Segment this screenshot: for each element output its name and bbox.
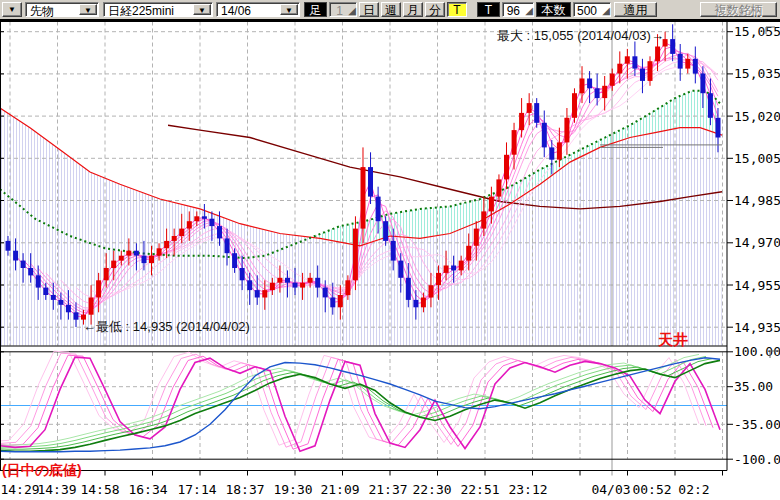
candle (421, 298, 426, 308)
tick-count-value: 96 (507, 4, 520, 18)
time-axis: 14:2914:3914:5816:3417:1418:3719:3021:09… (0, 482, 709, 497)
candle (587, 79, 592, 89)
time-axis-label: 22:30 (412, 482, 451, 497)
candle (685, 59, 690, 69)
candle (96, 280, 101, 297)
candle (74, 312, 79, 319)
candle (13, 251, 18, 261)
time-axis-label: 02:2 (678, 482, 709, 497)
period-day-button[interactable]: 日 (359, 2, 379, 17)
candle (610, 74, 615, 86)
candle (678, 54, 683, 69)
price-axis-label: 15,055 (734, 24, 780, 39)
time-axis-label: 21:37 (368, 482, 407, 497)
candle (262, 290, 267, 297)
candle (58, 300, 63, 305)
oscillator-axis-label: 100.00 (734, 344, 780, 359)
contract-month-select[interactable]: 14/06 ▼ (216, 2, 300, 17)
candle (459, 261, 464, 271)
candle (640, 69, 645, 81)
candle (564, 118, 569, 143)
candle (670, 39, 675, 54)
tick-count-stepper[interactable]: 96 ◢ (502, 2, 534, 17)
time-axis-label: 19:30 (273, 482, 312, 497)
corner-dropdown-button[interactable]: ▼ (2, 2, 22, 17)
candle (557, 142, 562, 159)
price-axis-label: 14,970 (734, 235, 780, 250)
candle (308, 278, 313, 283)
chart-canvas[interactable]: 15,05515,03515,02015,00514,98514,97014,9… (0, 21, 780, 500)
candle (149, 256, 154, 263)
candle (534, 103, 539, 123)
bar-count-value: 500 (577, 4, 597, 18)
instrument-select[interactable]: 日経225mini ▼ (103, 2, 213, 17)
multi-symbol-button-disabled: 複数銘柄 (700, 2, 777, 17)
candle (519, 113, 524, 130)
period-week-button[interactable]: 週 (381, 2, 401, 17)
price-axis-label: 15,035 (734, 66, 780, 81)
candle (277, 278, 282, 283)
price-axis-label: 15,005 (734, 151, 780, 166)
spinner-icon[interactable]: ◢ (602, 4, 610, 18)
spinner-icon: ◢ (348, 4, 356, 18)
candle (315, 278, 320, 288)
candle (232, 253, 237, 268)
period-minute-button[interactable]: 分 (425, 2, 445, 17)
tick-count-label: T (477, 2, 500, 17)
candle (217, 226, 222, 238)
chevron-down-icon[interactable]: ▼ (193, 4, 211, 15)
candle (66, 305, 71, 312)
candle (111, 261, 116, 268)
candle (648, 61, 653, 81)
candle (580, 79, 585, 94)
oscillator-axis-label: -35.00 (734, 417, 780, 432)
candle (187, 221, 192, 228)
candle (240, 268, 245, 280)
period-tick-button-active[interactable]: T (447, 2, 467, 17)
chevron-down-icon[interactable]: ▼ (79, 4, 97, 15)
toolbar: ▼ 先物 ▼ 日経225mini ▼ 14/06 ▼ 足 1 ◢ 日 週 月 分… (0, 0, 780, 21)
candle (391, 241, 396, 261)
candle (716, 118, 721, 138)
candle (436, 273, 441, 285)
candle (164, 241, 169, 248)
candle (625, 56, 630, 63)
candle (466, 246, 471, 261)
candle (489, 197, 494, 212)
bar-count-stepper[interactable]: 500 ◢ (573, 2, 611, 17)
candle (572, 93, 577, 118)
candle (368, 167, 373, 197)
candle (655, 47, 660, 62)
candle (323, 288, 328, 298)
chevron-down-icon[interactable]: ▼ (280, 4, 298, 15)
candle (398, 261, 403, 278)
candle (481, 211, 486, 228)
candle (43, 288, 48, 295)
time-axis-label: 23:12 (508, 482, 547, 497)
apply-button[interactable]: 適用 (614, 2, 657, 17)
time-axis-label: 21:09 (320, 482, 359, 497)
oscillator-axis-label: 35.00 (734, 379, 773, 394)
candle (157, 248, 162, 255)
price-axis-label: 15,020 (734, 109, 780, 124)
instrument-type-select[interactable]: 先物 ▼ (25, 2, 99, 17)
spinner-icon[interactable]: ◢ (525, 4, 533, 18)
candle (632, 56, 637, 68)
candle (36, 275, 41, 287)
candle (595, 88, 600, 98)
candle (172, 236, 177, 241)
chart-application: ▼ 先物 ▼ 日経225mini ▼ 14/06 ▼ 足 1 ◢ 日 週 月 分… (0, 0, 780, 500)
bar-type-button[interactable]: 足 (304, 2, 327, 17)
candle (6, 241, 11, 251)
candle (451, 266, 456, 271)
min-price-annotation: ←最低 : 14,935 (2014/04/02) (83, 319, 250, 334)
candle (444, 266, 449, 273)
candle (353, 229, 358, 281)
oscillator-axis-label: -100.00 (734, 452, 780, 467)
candle (285, 278, 290, 283)
candle (330, 298, 335, 308)
period-month-button[interactable]: 月 (403, 2, 423, 17)
candle (21, 261, 26, 268)
time-axis-label: 22:51 (460, 482, 499, 497)
candle (338, 295, 343, 307)
